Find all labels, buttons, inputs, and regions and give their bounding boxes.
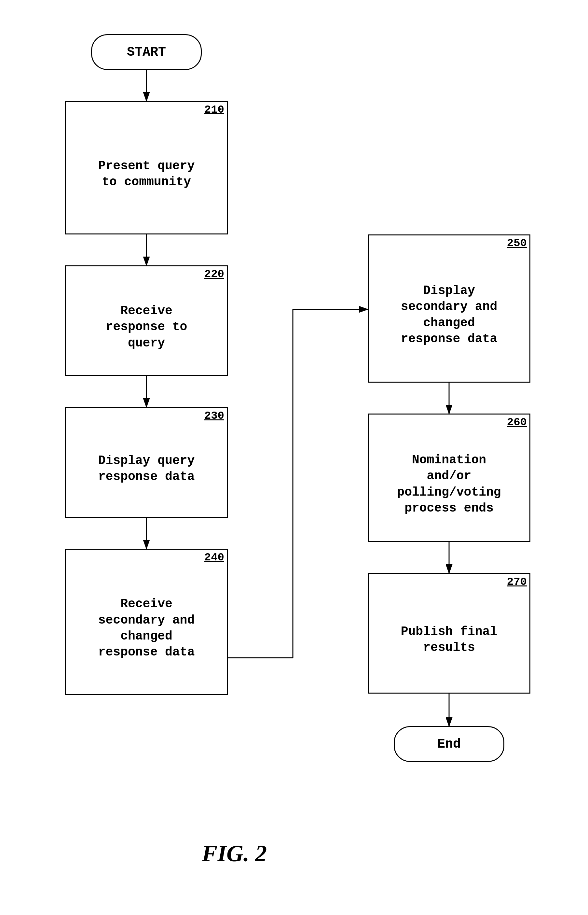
- node-250: 250 Displaysecondary andchangedresponse …: [368, 235, 530, 382]
- node-260-number: 260: [507, 415, 530, 429]
- flowchart-diagram: START 210 Present queryto community 220 …: [0, 0, 588, 915]
- start-label: START: [127, 45, 166, 60]
- end-node: End: [394, 726, 504, 762]
- figure-label: FIG. 2: [202, 840, 267, 867]
- node-210-number: 210: [204, 102, 227, 116]
- node-250-label: Displaysecondary andchangedresponse data: [369, 249, 530, 382]
- start-node: START: [91, 34, 202, 70]
- node-260-label: Nominationand/orpolling/votingprocess en…: [369, 429, 530, 541]
- node-210-label: Present queryto community: [66, 116, 227, 233]
- node-230: 230 Display queryresponse data: [65, 407, 228, 518]
- end-label: End: [437, 737, 461, 751]
- node-270: 270 Publish finalresults: [368, 573, 530, 693]
- node-240: 240 Receivesecondary andchangedresponse …: [65, 549, 228, 695]
- node-240-number: 240: [204, 550, 227, 564]
- node-230-label: Display queryresponse data: [66, 422, 227, 517]
- node-220-label: Receiveresponse toquery: [66, 280, 227, 375]
- node-220-number: 220: [204, 266, 227, 280]
- node-270-number: 270: [507, 574, 530, 588]
- node-230-number: 230: [204, 408, 227, 422]
- node-270-label: Publish finalresults: [369, 588, 530, 693]
- node-220: 220 Receiveresponse toquery: [65, 266, 228, 376]
- node-250-number: 250: [507, 235, 530, 249]
- node-260: 260 Nominationand/orpolling/votingproces…: [368, 413, 530, 542]
- node-240-label: Receivesecondary andchangedresponse data: [66, 564, 227, 694]
- node-210: 210 Present queryto community: [65, 101, 228, 235]
